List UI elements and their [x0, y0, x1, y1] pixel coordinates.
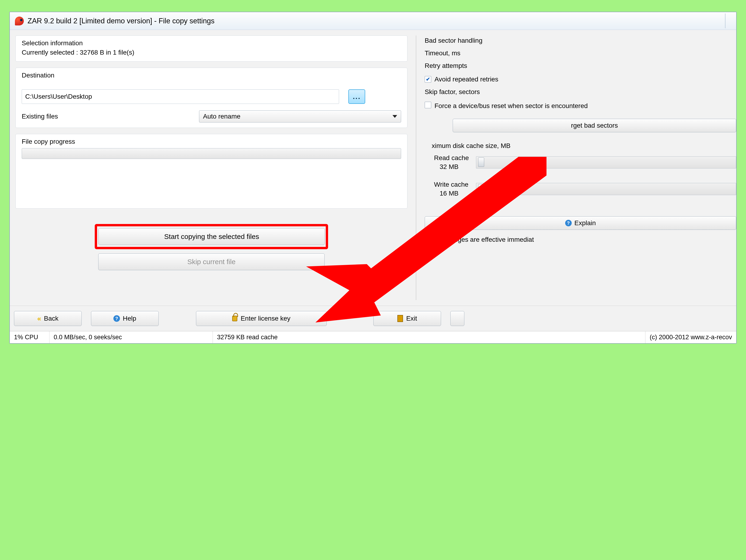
- selection-info-group: Selection information Currently selected…: [16, 35, 407, 62]
- help-button[interactable]: ? Help: [91, 311, 159, 326]
- avoid-retries-label: Avoid repeated retries: [434, 76, 498, 83]
- browse-button[interactable]: ...: [348, 89, 365, 104]
- exit-door-icon: [397, 315, 403, 322]
- status-copyright: (c) 2000-2012 www.z-a-recov: [645, 331, 736, 343]
- read-cache-label: Read cache: [434, 154, 476, 162]
- cache-size-label: ximum disk cache size, MB: [425, 142, 736, 150]
- status-io: 0.0 MB/sec, 0 seeks/sec: [50, 331, 213, 343]
- back-label: Back: [44, 315, 58, 322]
- explain-button[interactable]: ? Explain: [425, 216, 736, 230]
- timeout-label: Timeout, ms: [425, 50, 736, 57]
- skip-factor-label: Skip factor, sectors: [425, 88, 736, 96]
- destination-group: Destination ... Existing files Auto rena…: [16, 68, 407, 128]
- slider-thumb-icon[interactable]: [478, 184, 484, 194]
- slider-thumb-icon[interactable]: [478, 157, 484, 167]
- avoid-retries-row[interactable]: Avoid repeated retries: [425, 76, 736, 83]
- selection-info-text: Currently selected : 32768 B in 1 file(s…: [22, 49, 401, 56]
- skip-file-button[interactable]: Skip current file: [98, 254, 324, 270]
- write-cache-label: Write cache: [434, 181, 476, 188]
- changes-note: Note: Changes are effective immediat: [425, 236, 736, 243]
- app-window: ZAR 9.2 build 2 [Limited demo version] -…: [9, 12, 737, 344]
- progress-bar: [22, 148, 401, 159]
- selection-info-legend: Selection information: [22, 39, 401, 47]
- read-cache-slider[interactable]: [476, 156, 736, 169]
- write-cache-slider[interactable]: [476, 183, 736, 195]
- destination-legend: Destination: [22, 71, 401, 79]
- titlebar-separator: [725, 13, 725, 28]
- force-reset-row[interactable]: Force a device/bus reset when sector is …: [425, 102, 736, 110]
- avoid-retries-checkbox[interactable]: [425, 76, 431, 83]
- read-cache-value: 32 MB: [434, 162, 476, 171]
- progress-legend: File copy progress: [22, 138, 401, 145]
- start-copy-button[interactable]: Start copying the selected files: [98, 228, 325, 245]
- extra-button[interactable]: [450, 311, 464, 326]
- existing-files-label: Existing files: [22, 113, 199, 120]
- status-cache: 32759 KB read cache: [213, 331, 645, 343]
- right-panel: Bad sector handling Timeout, ms Retry at…: [425, 35, 736, 300]
- progress-group: File copy progress: [16, 134, 407, 209]
- write-cache-value: 16 MB: [434, 188, 476, 197]
- destination-path-input[interactable]: [22, 89, 339, 104]
- back-chevrons-icon: «: [37, 315, 41, 322]
- info-icon: ?: [565, 220, 572, 226]
- back-button[interactable]: « Back: [14, 311, 82, 326]
- lock-icon: [232, 316, 237, 321]
- force-reset-checkbox[interactable]: [425, 102, 431, 108]
- existing-files-value: Auto rename: [203, 113, 240, 120]
- forget-bad-sectors-button[interactable]: rget bad sectors: [453, 119, 736, 132]
- explain-label: Explain: [574, 219, 596, 227]
- panel-divider: [416, 35, 416, 300]
- bad-sector-legend: Bad sector handling: [425, 37, 736, 44]
- help-label: Help: [123, 315, 136, 322]
- force-reset-label: Force a device/bus reset when sector is …: [434, 102, 588, 110]
- retry-label: Retry attempts: [425, 62, 736, 69]
- app-icon: [15, 17, 24, 25]
- chevron-down-icon: [393, 115, 397, 118]
- existing-files-combo[interactable]: Auto rename: [199, 110, 401, 122]
- left-panel: Selection information Currently selected…: [16, 35, 407, 300]
- help-icon: ?: [113, 315, 120, 322]
- window-title: ZAR 9.2 build 2 [Limited demo version] -…: [28, 17, 214, 25]
- footer-toolbar: « Back ? Help Enter license key Exit: [10, 306, 736, 331]
- exit-label: Exit: [406, 315, 417, 322]
- enter-license-button[interactable]: Enter license key: [196, 311, 327, 326]
- client-area: Selection information Currently selected…: [10, 30, 736, 306]
- exit-button[interactable]: Exit: [373, 311, 441, 326]
- status-bar: 1% CPU 0.0 MB/sec, 0 seeks/sec 32759 KB …: [10, 331, 736, 343]
- status-cpu: 1% CPU: [10, 331, 50, 343]
- titlebar: ZAR 9.2 build 2 [Limited demo version] -…: [10, 12, 736, 30]
- license-label: Enter license key: [240, 315, 290, 322]
- highlight-annotation: Start copying the selected files: [95, 224, 328, 249]
